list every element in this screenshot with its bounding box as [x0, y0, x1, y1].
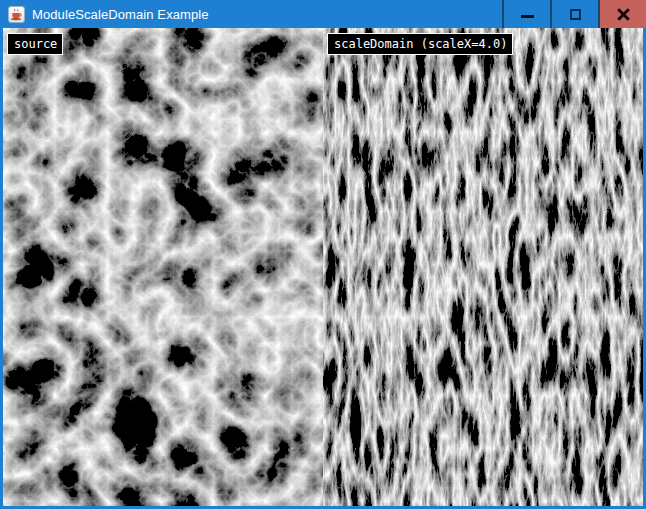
scale-domain-label: scaleDomain (scaleX=4.0) — [327, 33, 513, 55]
source-noise-image — [3, 28, 323, 506]
java-coffee-cup-icon — [8, 6, 25, 23]
render-area: source scaleDomain (scaleX=4.0) — [3, 28, 643, 506]
window-controls — [502, 0, 646, 28]
scale-domain-panel: scaleDomain (scaleX=4.0) — [323, 28, 643, 506]
minimize-icon — [521, 15, 534, 18]
scale-domain-noise-image — [323, 28, 643, 506]
close-icon — [617, 8, 630, 21]
app-window: ModuleScaleDomain Example — [0, 0, 646, 509]
maximize-button[interactable] — [552, 0, 598, 28]
titlebar[interactable]: ModuleScaleDomain Example — [0, 0, 646, 28]
source-panel: source — [3, 28, 323, 506]
window-title: ModuleScaleDomain Example — [32, 7, 209, 22]
source-label: source — [7, 33, 63, 55]
minimize-button[interactable] — [504, 0, 550, 28]
maximize-icon — [570, 9, 581, 20]
close-button[interactable] — [600, 0, 646, 28]
